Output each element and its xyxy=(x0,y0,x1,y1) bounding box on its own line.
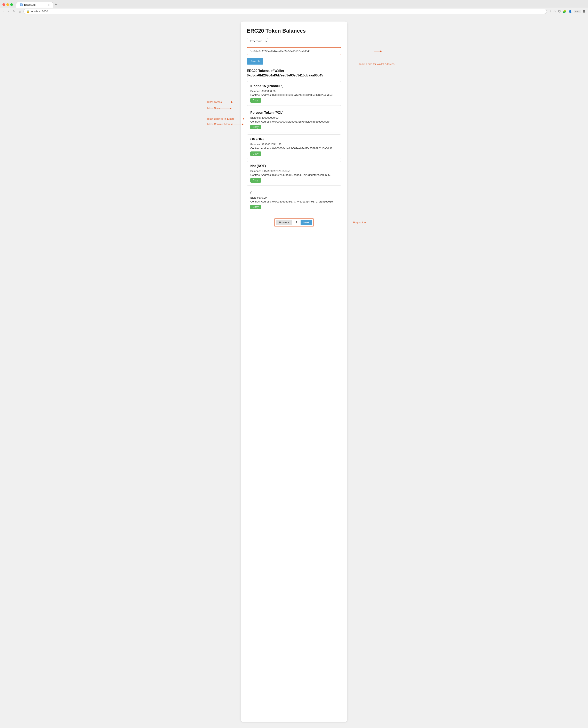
token-item: Not (NOT) Balance: 1.15792089237316e+59 … xyxy=(247,161,341,186)
token-balance-0: Balance: 3000000.00 xyxy=(250,90,338,93)
menu-icon[interactable]: ☰ xyxy=(582,9,586,14)
pagination-wrapper: Previous 1 Next Pagination xyxy=(247,218,341,227)
downloads-icon[interactable]: ⬇ xyxy=(548,9,552,14)
svg-marker-1 xyxy=(380,50,382,52)
token-list: iPhone 15 (iPhone15) Balance: 3000000.00… xyxy=(247,81,341,214)
new-tab-button[interactable]: + xyxy=(53,2,59,7)
refresh-button[interactable]: ↻ xyxy=(12,9,16,14)
token-balance-4: Balance: 0.00 xyxy=(250,196,338,199)
search-button[interactable]: Search xyxy=(247,58,263,65)
pagination-box: Previous 1 Next xyxy=(274,218,314,227)
tab-bar: R React App × + xyxy=(16,2,586,7)
token-balance-label: Token Balance (in Ether) xyxy=(207,117,234,120)
previous-button[interactable]: Previous xyxy=(276,220,292,225)
svg-marker-3 xyxy=(231,101,233,103)
nav-bar: ‹ › ↻ ⌂ 🔒 localhost:3000 ⬇ ☆ 🛡 🧩 👤 VPN ☰ xyxy=(0,7,588,15)
close-tab-button[interactable]: × xyxy=(48,4,49,6)
copy-button-1[interactable]: Copy xyxy=(250,125,261,129)
url-text: localhost:3000 xyxy=(31,10,48,13)
network-select[interactable]: Ethereum Polygon BSC xyxy=(247,38,268,44)
token-address-4: Contract Address: 0x003306ed0fb57a77450b… xyxy=(250,200,338,203)
shield-icon[interactable]: 🛡 xyxy=(558,9,561,14)
wallet-input-annotation-arrow xyxy=(374,50,384,52)
next-button[interactable]: Next xyxy=(300,220,312,225)
extensions-icon[interactable]: 🧩 xyxy=(563,9,567,14)
bookmark-icon[interactable]: ☆ xyxy=(553,9,556,14)
wallet-input-wrapper xyxy=(247,47,341,55)
token-balance-2: Balance: 37354520541.55 xyxy=(250,143,338,146)
page-title: ERC20 Token Balances xyxy=(247,28,341,34)
token-contract-arrow xyxy=(234,123,246,125)
input-annotation-text: Input Form for Wallet Address xyxy=(359,63,395,66)
browser-tab[interactable]: R React App × xyxy=(16,2,53,7)
token-name-3: Not (NOT) xyxy=(250,164,338,168)
svg-marker-9 xyxy=(242,123,244,125)
tab-title: React App xyxy=(24,3,47,6)
content-area: Input Form for Wallet Address ERC20 Toke… xyxy=(0,15,588,728)
title-bar: R React App × + xyxy=(0,0,588,7)
current-page: 1 xyxy=(294,221,299,224)
token-name-annotation: Token Name xyxy=(207,107,247,110)
token-balance-1: Balance: 400000000.00 xyxy=(250,116,338,119)
left-annotations-container: Token Symbol Token Name Toke xyxy=(207,101,247,126)
browser-chrome: R React App × + ‹ › ↻ ⌂ 🔒 localhost:3000… xyxy=(0,0,588,15)
token-balance-arrow xyxy=(234,117,247,120)
wallet-heading-line1: ERC20 Tokens of Wallet xyxy=(247,69,284,72)
tab-favicon: R xyxy=(20,3,23,6)
maximize-window-button[interactable] xyxy=(10,3,13,6)
annotation-arrow-svg xyxy=(374,50,384,52)
token-contract-annotation: Token Contract Address xyxy=(207,123,247,126)
minimize-window-button[interactable] xyxy=(6,3,9,6)
copy-button-0[interactable]: Copy xyxy=(250,98,261,103)
window-controls xyxy=(2,3,13,6)
token-item: Polygon Token (POL) Balance: 400000000.0… xyxy=(247,108,341,132)
token-symbol-label: Token Symbol xyxy=(207,101,222,104)
lock-icon: 🔒 xyxy=(26,10,29,13)
token-name-1: Polygon Token (POL) xyxy=(250,111,338,114)
close-window-button[interactable] xyxy=(2,3,5,6)
copy-button-2[interactable]: Copy xyxy=(250,151,261,156)
token-name-4: () xyxy=(250,191,338,194)
forward-button[interactable]: › xyxy=(7,9,10,14)
wallet-heading: ERC20 Tokens of Wallet 0xd8da6bf26964af9… xyxy=(247,69,341,78)
wallet-address-input[interactable] xyxy=(247,47,341,55)
token-address-1: Contract Address: 0x00000000f9fd50c832d7… xyxy=(250,120,338,123)
token-item: () Balance: 0.00 Contract Address: 0x003… xyxy=(247,188,341,212)
token-balance-annotation: Token Balance (in Ether) xyxy=(207,117,247,120)
wallet-heading-line2: 0xd8da6bf26964af9d7eed9e03e53415d37aa960… xyxy=(247,73,323,77)
back-button[interactable]: ‹ xyxy=(2,9,5,14)
main-card: Input Form for Wallet Address ERC20 Toke… xyxy=(241,22,347,722)
token-name-label: Token Name xyxy=(207,107,220,110)
token-balance-3: Balance: 1.15792089237316e+59 xyxy=(250,170,338,173)
token-contract-label: Token Contract Address xyxy=(207,123,233,126)
svg-marker-7 xyxy=(243,118,245,120)
address-bar[interactable]: 🔒 localhost:3000 xyxy=(23,9,547,14)
vpn-badge[interactable]: VPN xyxy=(574,9,581,13)
token-item: iPhone 15 (iPhone15) Balance: 3000000.00… xyxy=(247,81,341,106)
token-name-0: iPhone 15 (iPhone15) xyxy=(250,84,338,88)
profile-icon[interactable]: 👤 xyxy=(568,9,572,14)
input-form-annotation: Input Form for Wallet Address xyxy=(359,63,395,66)
token-address-0: Contract Address: 0x00000000366b8a1ec86d… xyxy=(250,93,338,97)
token-name-arrow xyxy=(222,107,234,109)
token-item: OG (OG) Balance: 37354520541.55 Contract… xyxy=(247,134,341,159)
home-button[interactable]: ⌂ xyxy=(18,9,22,14)
tokens-section: Token Symbol Token Name Toke xyxy=(247,81,341,214)
token-symbol-annotation: Token Symbol xyxy=(207,101,247,104)
pagination-annotation: Pagination xyxy=(353,221,366,224)
pagination-label: Pagination xyxy=(353,221,366,224)
token-address-3: Contract Address: 0x0027449bf0887ca3e431… xyxy=(250,173,338,176)
svg-marker-5 xyxy=(230,107,232,109)
copy-button-4[interactable]: Copy xyxy=(250,205,261,209)
token-address-2: Contract Address: 0x000000a1a6cb569ee64e… xyxy=(250,147,338,150)
nav-actions: ⬇ ☆ 🛡 🧩 👤 VPN ☰ xyxy=(548,9,586,14)
token-name-2: OG (OG) xyxy=(250,137,338,141)
copy-button-3[interactable]: Copy xyxy=(250,178,261,183)
token-symbol-arrow xyxy=(223,101,235,103)
